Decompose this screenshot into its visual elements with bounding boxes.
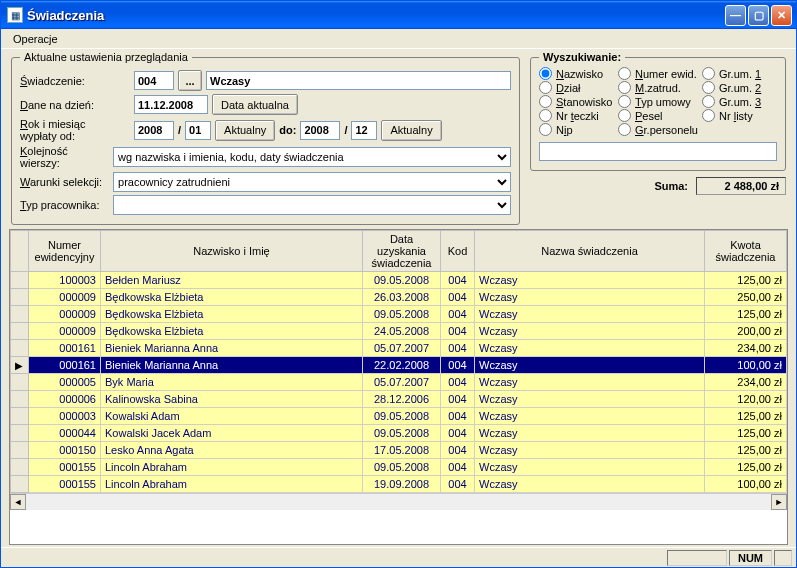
col-nr[interactable]: Numer ewidencyjny xyxy=(29,231,101,272)
dane-label: Dane na dzień: xyxy=(20,99,130,111)
search-option-nr-teczki[interactable]: Nr teczki xyxy=(539,109,614,122)
search-radio[interactable] xyxy=(539,95,552,108)
close-button[interactable]: ✕ xyxy=(771,5,792,26)
search-radio[interactable] xyxy=(702,67,715,80)
search-option-gr-um-1[interactable]: Gr.um. 1 xyxy=(702,67,777,80)
typ-select[interactable] xyxy=(113,195,511,215)
rok-od-input[interactable] xyxy=(134,121,174,140)
col-date[interactable]: Data uzyskania świadczenia xyxy=(363,231,441,272)
cell-name: Będkowska Elżbieta xyxy=(101,289,363,306)
search-radio[interactable] xyxy=(539,123,552,136)
search-option-numer-ewid-[interactable]: Numer ewid. xyxy=(618,67,698,80)
search-radio[interactable] xyxy=(539,67,552,80)
search-option-stanowisko[interactable]: Stanowisko xyxy=(539,95,614,108)
cell-kwota: 120,00 zł xyxy=(705,391,787,408)
scroll-left-icon[interactable]: ◄ xyxy=(10,494,26,510)
kolejnosc-select[interactable]: wg nazwiska i imienia, kodu, daty świadc… xyxy=(113,147,511,167)
search-radio[interactable] xyxy=(618,67,631,80)
cell-name: Lincoln Abraham xyxy=(101,476,363,493)
col-kod[interactable]: Kod xyxy=(441,231,475,272)
menu-operacje[interactable]: Operacje xyxy=(7,31,64,47)
cell-nazwa: Wczasy xyxy=(475,289,705,306)
rok-do-input[interactable] xyxy=(300,121,340,140)
cell-name: Bieniek Marianna Anna xyxy=(101,340,363,357)
table-row[interactable]: 000005Byk Maria05.07.2007004Wczasy234,00… xyxy=(11,374,787,391)
search-option-typ-umowy[interactable]: Typ umowy xyxy=(618,95,698,108)
minimize-button[interactable]: — xyxy=(725,5,746,26)
search-radio[interactable] xyxy=(702,81,715,94)
search-option-gr-um-2[interactable]: Gr.um. 2 xyxy=(702,81,777,94)
search-radio[interactable] xyxy=(539,81,552,94)
table-row[interactable]: 000009Będkowska Elżbieta09.05.2008004Wcz… xyxy=(11,306,787,323)
table-row[interactable]: 000150Lesko Anna Agata17.05.2008004Wczas… xyxy=(11,442,787,459)
cell-date: 22.02.2008 xyxy=(363,357,441,374)
search-option-label: Nr teczki xyxy=(556,110,599,122)
swiadczenie-code-input[interactable] xyxy=(134,71,174,90)
search-option-label: Nazwisko xyxy=(556,68,603,80)
search-option-gr-personelu[interactable]: Gr.personelu xyxy=(618,123,698,136)
search-option-nr-listy[interactable]: Nr listy xyxy=(702,109,777,122)
table-row[interactable]: 000155Lincoln Abraham19.09.2008004Wczasy… xyxy=(11,476,787,493)
search-option-label: Stanowisko xyxy=(556,96,612,108)
scroll-track[interactable] xyxy=(26,494,771,510)
mies-do-input[interactable] xyxy=(351,121,377,140)
search-radio[interactable] xyxy=(618,109,631,122)
sum-row: Suma: 2 488,00 zł xyxy=(528,177,786,195)
search-radio[interactable] xyxy=(702,95,715,108)
aktualny-od-button[interactable]: Aktualny xyxy=(215,120,275,141)
warunki-select[interactable]: pracownicy zatrudnieni xyxy=(113,172,511,192)
search-radio[interactable] xyxy=(618,95,631,108)
search-option-m-zatrud-[interactable]: M.zatrud. xyxy=(618,81,698,94)
search-option-nazwisko[interactable]: Nazwisko xyxy=(539,67,614,80)
col-kwota[interactable]: Kwota świadczenia xyxy=(705,231,787,272)
search-option-label: Gr.um. 1 xyxy=(719,68,761,80)
search-option-label: Gr.personelu xyxy=(635,124,698,136)
table-row[interactable]: 000003Kowalski Adam09.05.2008004Wczasy12… xyxy=(11,408,787,425)
search-radio[interactable] xyxy=(618,81,631,94)
rok-label: Rok i miesiącwypłaty od: xyxy=(20,118,130,142)
aktualny-do-button[interactable]: Aktualny xyxy=(381,120,441,141)
maximize-button[interactable]: ▢ xyxy=(748,5,769,26)
search-radio[interactable] xyxy=(618,123,631,136)
table-row[interactable]: 000009Będkowska Elżbieta26.03.2008004Wcz… xyxy=(11,289,787,306)
col-name[interactable]: Nazwisko i Imię xyxy=(101,231,363,272)
data-grid[interactable]: Numer ewidencyjny Nazwisko i Imię Data u… xyxy=(9,229,788,545)
cell-name: Będkowska Elżbieta xyxy=(101,306,363,323)
row-marker xyxy=(11,272,29,289)
cell-kod: 004 xyxy=(441,306,475,323)
cell-date: 05.07.2007 xyxy=(363,340,441,357)
cell-name: Lesko Anna Agata xyxy=(101,442,363,459)
table-row[interactable]: ▶000161Bieniek Marianna Anna22.02.200800… xyxy=(11,357,787,374)
cell-date: 05.07.2007 xyxy=(363,374,441,391)
table-row[interactable]: 000009Będkowska Elżbieta24.05.2008004Wcz… xyxy=(11,323,787,340)
cell-nazwa: Wczasy xyxy=(475,476,705,493)
search-option-pesel[interactable]: Pesel xyxy=(618,109,698,122)
search-radio[interactable] xyxy=(702,109,715,122)
row-marker xyxy=(11,425,29,442)
cell-date: 26.03.2008 xyxy=(363,289,441,306)
cell-nr: 000161 xyxy=(29,357,101,374)
col-selector[interactable] xyxy=(11,231,29,272)
swiadczenie-browse-button[interactable]: ... xyxy=(178,70,202,91)
row-marker xyxy=(11,306,29,323)
table-row[interactable]: 000155Lincoln Abraham09.05.2008004Wczasy… xyxy=(11,459,787,476)
table-row[interactable]: 000161Bieniek Marianna Anna05.07.2007004… xyxy=(11,340,787,357)
table-row[interactable]: 000044Kowalski Jacek Adam09.05.2008004Wc… xyxy=(11,425,787,442)
table-row[interactable]: 000006Kalinowska Sabina28.12.2006004Wcza… xyxy=(11,391,787,408)
search-radio[interactable] xyxy=(539,109,552,122)
search-option-gr-um-3[interactable]: Gr.um. 3 xyxy=(702,95,777,108)
data-aktualna-button[interactable]: Data aktualna xyxy=(212,94,298,115)
cell-nr: 000155 xyxy=(29,459,101,476)
search-input[interactable] xyxy=(539,142,777,161)
table-row[interactable]: 100003Bełden Mariusz09.05.2008004Wczasy1… xyxy=(11,272,787,289)
scroll-right-icon[interactable]: ► xyxy=(771,494,787,510)
search-option-nip[interactable]: Nip xyxy=(539,123,614,136)
statusbar: NUM xyxy=(1,547,796,567)
search-option-dzia-[interactable]: Dział xyxy=(539,81,614,94)
mies-od-input[interactable] xyxy=(185,121,211,140)
col-nazwa[interactable]: Nazwa świadczenia xyxy=(475,231,705,272)
dane-date-input[interactable] xyxy=(134,95,208,114)
horizontal-scrollbar[interactable]: ◄ ► xyxy=(10,493,787,509)
cell-date: 28.12.2006 xyxy=(363,391,441,408)
cell-nazwa: Wczasy xyxy=(475,442,705,459)
